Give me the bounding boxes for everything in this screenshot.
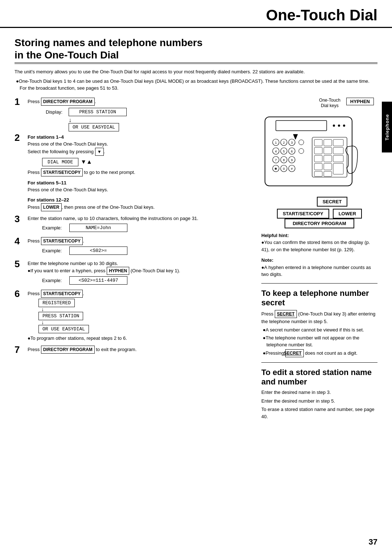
svg-rect-33 <box>314 139 322 146</box>
step-1-display-box2-wrap: OR USE EASYDIAL <box>69 124 254 130</box>
svg-rect-38 <box>333 147 343 154</box>
step-1-number: 1 <box>15 97 28 106</box>
one-touch-label: One-Touch Dial keys <box>319 98 340 109</box>
button-row-secret-start-lower: SECRET <box>291 197 348 207</box>
step-6-flow-arrow2: ↓ <box>41 319 254 325</box>
svg-rect-41 <box>333 155 343 162</box>
step-2-dial-arrows: ▼▲ <box>81 159 92 165</box>
hyphen-area: One-Touch Dial keys HYPHEN <box>261 98 377 109</box>
left-column: 1 Press DIRECTORY PROGRAM. Display: PRES… <box>15 94 254 422</box>
hyphen-button: HYPHEN <box>346 98 374 105</box>
step-2-bold2: For stations 5–11 <box>28 180 66 186</box>
sub-section-2-text1: Enter the desired name in step 3. <box>261 389 377 396</box>
step-6-flow-box3-wrap: OR USE EASYDIAL <box>38 326 254 332</box>
svg-text:1: 1 <box>275 141 277 144</box>
heading-line2: in the One-Touch Dial <box>15 49 119 61</box>
svg-text:9: 9 <box>291 158 293 162</box>
step-6-flow-box2: PRESS STATION <box>38 312 83 320</box>
step-7: 7 Press DIRECTORY PROGRAM to exit the pr… <box>15 346 254 354</box>
step-2-for-stations-5-11: For stations 5–11 Press one of the One-T… <box>28 179 254 194</box>
intro-para1: The unit's memory allows you to use the … <box>15 68 377 76</box>
step-3-content: Enter the station name, up to 10 charact… <box>28 215 254 233</box>
step-1: 1 Press DIRECTORY PROGRAM. Display: PRES… <box>15 98 254 130</box>
step-2-dial-mode-box: DIAL MODE <box>42 158 78 166</box>
step-5-example: Example: <S02>=111-4497 <box>42 276 254 285</box>
svg-rect-43 <box>324 163 332 170</box>
one-touch-label2: Dial keys <box>321 103 339 108</box>
step-6-flow-box2-wrap: PRESS STATION <box>38 313 254 319</box>
step-5-label: Enter the telephone number up to 30 digi… <box>28 260 254 275</box>
sub-section-1-bullet3: ●Pressing SECRET does not count as a dig… <box>261 349 377 357</box>
svg-point-19 <box>299 148 304 154</box>
one-touch-label1: One-Touch <box>319 98 340 103</box>
svg-rect-36 <box>314 147 322 154</box>
svg-point-4 <box>343 125 345 127</box>
start-set-copy-button: START/SET/COPY <box>277 209 329 219</box>
svg-text:8: 8 <box>283 158 285 162</box>
step-6-flow: REGISTERED ↓ PRESS STATION ↓ OR USE EASY… <box>38 300 254 332</box>
sub-section-1: To keep a telephone numbersecret Press S… <box>261 289 377 357</box>
step-6-flow-box1-wrap: REGISTERED <box>38 300 254 306</box>
svg-rect-45 <box>314 171 322 176</box>
svg-point-2 <box>333 125 335 127</box>
button-row-start-lower: START/SET/COPY LOWER <box>277 209 362 219</box>
phone-diagram: 1 2 3 4 5 6 7 <box>261 110 367 193</box>
page-number: 37 <box>369 537 377 547</box>
secret-button: SECRET <box>317 197 348 207</box>
svg-rect-46 <box>324 171 332 176</box>
side-tab: Telephone <box>382 102 392 152</box>
svg-rect-44 <box>333 163 343 174</box>
sub-section-1-secret-key2: SECRET <box>285 349 304 357</box>
step-7-label: Press DIRECTORY PROGRAM to exit the prog… <box>28 346 254 354</box>
sub-section-1-title: To keep a telephone numbersecret <box>261 289 377 308</box>
step-2: 2 For stations 1–4 Press one of the One-… <box>15 134 254 212</box>
divider-1 <box>261 283 377 284</box>
step-1-display-label: Display: <box>46 109 66 115</box>
step-6-number: 6 <box>15 289 28 298</box>
step-3-example-value: NAME=John <box>69 224 127 232</box>
step-5-example-label: Example: <box>42 278 66 283</box>
step-2-content: For stations 1–4 Press one of the One-To… <box>28 134 254 212</box>
step-2-lower-key: LOWER <box>41 203 62 211</box>
step-5-content: Enter the telephone number up to 30 digi… <box>28 260 254 286</box>
svg-text:3: 3 <box>291 141 293 144</box>
svg-rect-39 <box>314 155 322 162</box>
step-7-content: Press DIRECTORY PROGRAM to exit the prog… <box>28 346 254 354</box>
step-6-note: ●To program other stations, repeat steps… <box>28 335 254 342</box>
svg-rect-32 <box>312 137 347 177</box>
note-text: ●A hyphen entered in a telephone number … <box>261 264 377 278</box>
helpful-hint-text: ●You can confirm the stored items on the… <box>261 239 377 253</box>
svg-rect-42 <box>314 163 322 170</box>
right-column: One-Touch Dial keys HYPHEN <box>261 94 377 422</box>
spacer-left <box>291 197 313 207</box>
step-5-hyphen-key: HYPHEN <box>107 267 129 275</box>
step-2-start-key: START/SET/COPY <box>41 168 83 176</box>
step-3-number: 3 <box>15 214 28 224</box>
step-1-label: Press DIRECTORY PROGRAM. <box>28 98 254 106</box>
section-heading-area: Storing names and telephone numbers in t… <box>0 28 392 64</box>
svg-point-3 <box>338 125 340 127</box>
step-2-start-copy: Press START/SET/COPY to go to the next p… <box>28 168 254 176</box>
svg-point-12 <box>299 140 304 145</box>
step-1-flow: Display: PRESS STATION ↓ OR USE EASYDIAL <box>46 108 254 130</box>
sub-section-2-title: To edit a stored station nameand number <box>261 368 377 387</box>
svg-text:7: 7 <box>275 158 277 162</box>
step-6-key: START/SET/COPY <box>41 290 83 298</box>
step-1-content: Press DIRECTORY PROGRAM. Display: PRESS … <box>28 98 254 130</box>
sub-section-1-intro: Press SECRET (One-Touch Dial key 3) afte… <box>261 310 377 325</box>
step-4-example-label: Example: <box>42 248 66 253</box>
svg-rect-37 <box>324 147 332 154</box>
step-6-flow-arrow1: ↓ <box>41 306 254 312</box>
svg-text:2: 2 <box>283 141 285 144</box>
svg-text:6: 6 <box>291 150 293 153</box>
step-4-number: 4 <box>15 236 28 246</box>
svg-text:✱: ✱ <box>274 167 277 171</box>
sub-section-1-bullet1: ●A secret number cannot be viewed if thi… <box>261 326 377 334</box>
step-2-bold3: For stations 12–22 <box>28 197 69 203</box>
step-6-content: Press START/SET/COPY. REGISTERED ↓ PRESS… <box>28 290 254 342</box>
svg-text:#: # <box>291 167 293 171</box>
step-1-display-box2: OR USE EASYDIAL <box>69 123 119 131</box>
step-5-example-value: <S02>=111-4497 <box>69 276 127 285</box>
step-1-display-box1: PRESS STATION <box>69 108 127 116</box>
step-5: 5 Enter the telephone number up to 30 di… <box>15 260 254 286</box>
